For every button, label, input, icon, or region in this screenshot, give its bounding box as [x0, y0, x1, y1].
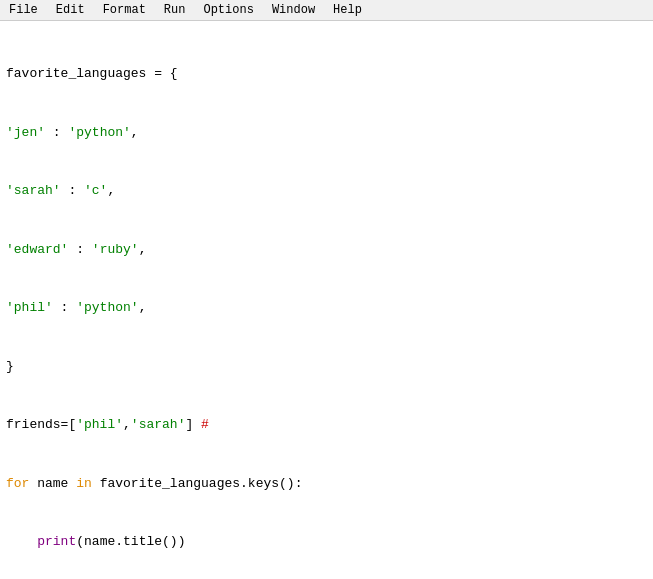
code-line-7: friends=['phil','sarah'] # — [6, 415, 647, 435]
editor-menu-help[interactable]: Help — [330, 2, 365, 18]
code-line-2: 'jen' : 'python', — [6, 123, 647, 143]
editor-menu-window[interactable]: Window — [269, 2, 318, 18]
code-line-3: 'sarah' : 'c', — [6, 181, 647, 201]
code-line-4: 'edward' : 'ruby', — [6, 240, 647, 260]
code-line-8: for name in favorite_languages.keys(): — [6, 474, 647, 494]
editor-window: File Edit Format Run Options Window Help… — [0, 0, 653, 579]
code-editor[interactable]: favorite_languages = { 'jen' : 'python',… — [0, 21, 653, 579]
code-line-5: 'phil' : 'python', — [6, 298, 647, 318]
editor-menu-options[interactable]: Options — [200, 2, 256, 18]
code-line-9: print(name.title()) — [6, 532, 647, 552]
editor-menu-file[interactable]: File — [6, 2, 41, 18]
code-line-6: } — [6, 357, 647, 377]
code-line-1: favorite_languages = { — [6, 64, 647, 84]
editor-menu-run[interactable]: Run — [161, 2, 189, 18]
editor-menu-bar: File Edit Format Run Options Window Help — [0, 0, 653, 21]
editor-menu-format[interactable]: Format — [100, 2, 149, 18]
editor-menu-edit[interactable]: Edit — [53, 2, 88, 18]
